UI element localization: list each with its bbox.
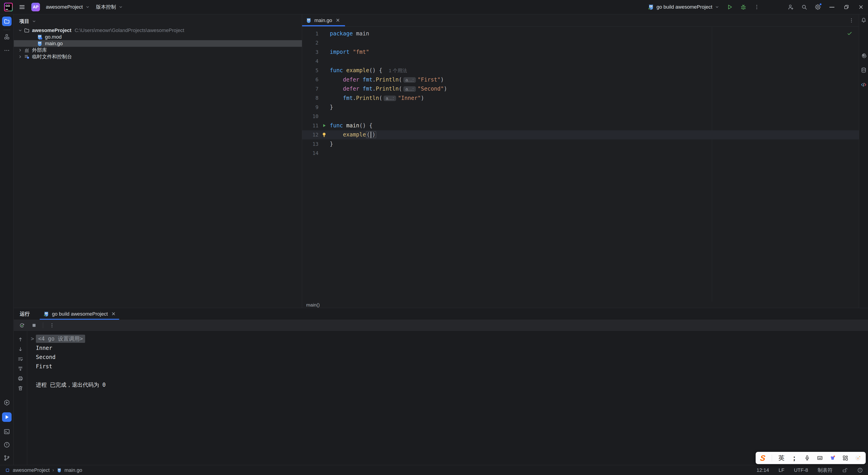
console-output[interactable]: ><4 go 设置调用>InnerSecondFirst进程 已完成，退出代码为… [27, 331, 868, 465]
scrollend-button[interactable] [18, 366, 23, 372]
run-tab-close-icon[interactable]: ✕ [112, 311, 116, 317]
scroll-up-button[interactable] [18, 336, 23, 343]
run-more-options-button[interactable] [49, 322, 55, 328]
trash-button[interactable] [18, 385, 23, 391]
assistant-face-icon[interactable] [855, 455, 861, 461]
tree-item-main-go[interactable]: main.go [14, 40, 302, 47]
keyboard-icon[interactable] [817, 455, 823, 461]
run-tool-button[interactable] [2, 412, 11, 422]
exclamation-icon[interactable] [857, 467, 863, 473]
codetag-tool-button[interactable] [861, 82, 867, 88]
tree-item-awesomeProject[interactable]: awesomeProjectC:\Users\meowr\GolandProje… [14, 27, 302, 34]
tree-item--[interactable]: 临时文件和控制台 [14, 53, 302, 60]
param-hint-chip: a…: [403, 77, 416, 83]
terminal-tool-button[interactable] [3, 428, 10, 435]
search-everywhere-button[interactable] [801, 4, 808, 10]
statusbar-file[interactable]: main.go [64, 467, 82, 473]
title-bar: GO AP awesomeProject 版本控制 go build aweso… [0, 0, 868, 14]
code-line-7: 7 defer fmt.Println(a…:"Second") [302, 84, 859, 93]
tree-item-name: 外部库 [32, 47, 47, 54]
code-text: } [330, 104, 333, 110]
minimize-button[interactable] [828, 3, 836, 11]
indent-style[interactable]: 制表符 [817, 467, 833, 474]
tree-item--[interactable]: 外部库 [14, 47, 302, 53]
caret-position[interactable]: 12:14 [756, 467, 769, 473]
line-ending[interactable]: LF [779, 467, 784, 473]
project-avatar[interactable]: AP [31, 3, 40, 11]
run-button[interactable] [726, 4, 733, 10]
skin-icon[interactable] [829, 455, 836, 461]
project-panel-header[interactable]: 项目 [14, 14, 302, 27]
console-line-3: Second [29, 353, 868, 362]
mic-icon[interactable] [804, 455, 810, 461]
more-tools-button[interactable] [4, 47, 10, 54]
ime-mode-english[interactable]: 英 [778, 454, 784, 462]
code-editor[interactable]: 1package main23import "fmt"45func exampl… [302, 27, 859, 302]
printer-button[interactable] [18, 376, 23, 382]
bell-tool-button[interactable] [861, 17, 867, 23]
code-token: defer [343, 77, 359, 83]
lock-open-icon[interactable] [842, 468, 847, 473]
tree-item-go-mod[interactable]: go.mod [14, 34, 302, 40]
encoding[interactable]: UTF-8 [794, 467, 808, 473]
run-console: ><4 go 设置调用>InnerSecondFirst进程 已完成，退出代码为… [14, 331, 868, 465]
line-number: 3 [302, 49, 318, 55]
code-line-4: 4 [302, 57, 859, 66]
code-token [330, 77, 343, 83]
services-tool-button[interactable] [3, 399, 10, 406]
console-line-5 [29, 371, 868, 380]
breadcrumb[interactable]: main() [302, 302, 859, 308]
problems-tool-button[interactable] [3, 441, 10, 448]
gopher-icon [37, 41, 43, 47]
tree-chevron-icon[interactable] [17, 28, 24, 33]
code-line-10: 10 [302, 112, 859, 121]
settings-button[interactable] [814, 4, 821, 10]
ai-tool-button[interactable] [861, 53, 867, 59]
toolbox-grid-icon[interactable] [842, 455, 848, 461]
scroll-down-button[interactable] [18, 346, 23, 352]
gopher-mod-icon [37, 34, 43, 40]
code-token: package [330, 30, 353, 37]
tab-close-icon[interactable]: ✕ [336, 18, 340, 23]
ime-punctuation[interactable]: ； [791, 456, 798, 460]
code-line-12: 12 example() [302, 130, 859, 140]
module-icon [5, 468, 10, 473]
rerun-button[interactable] [19, 322, 25, 329]
main-menu-button[interactable] [19, 4, 25, 10]
console-line-2: Inner [29, 344, 868, 353]
breadcrumb-item[interactable]: main() [306, 302, 320, 308]
statusbar-project[interactable]: awesomeProject [13, 467, 50, 473]
git-tool-button[interactable] [3, 454, 10, 462]
run-config-selector[interactable]: go build awesomeProject [648, 4, 719, 10]
editor-options-button[interactable] [848, 18, 855, 23]
code-with-me-button[interactable] [787, 4, 794, 10]
tab-main-go[interactable]: main.go ✕ [302, 14, 345, 26]
close-button[interactable] [857, 3, 865, 11]
svg-text:GO: GO [5, 4, 10, 7]
project-tree: awesomeProjectC:\Users\meowr\GolandProje… [14, 27, 302, 60]
softwrap-button[interactable] [18, 356, 23, 362]
run-tab[interactable]: go build awesomeProject ✕ [40, 308, 119, 320]
gopher-file-icon [306, 18, 312, 23]
code-text: fmt.Println(a…:"Inner") [330, 95, 424, 101]
code-text: func main() { [330, 122, 372, 129]
run-panel-title: 运行 [20, 310, 30, 318]
fold-expander[interactable]: > [29, 335, 36, 342]
tree-chevron-icon[interactable] [17, 54, 24, 59]
more-actions-button[interactable] [753, 4, 760, 10]
stop-button[interactable] [31, 322, 37, 328]
debug-button[interactable] [740, 4, 747, 10]
code-token: func [330, 122, 343, 129]
line-number: 2 [302, 40, 318, 46]
project-tool-button[interactable] [2, 17, 11, 26]
database-tool-button[interactable] [861, 67, 867, 73]
vcs-selector[interactable]: 版本控制 [96, 4, 123, 10]
restore-button[interactable] [843, 3, 850, 11]
sogou-logo[interactable]: S [760, 454, 766, 463]
structure-tool-button[interactable] [4, 34, 10, 40]
run-line-icon[interactable] [321, 123, 327, 128]
intention-bulb-icon[interactable] [321, 132, 327, 138]
tree-chevron-icon[interactable] [17, 48, 24, 53]
code-text: defer fmt.Println(a…:"First") [330, 77, 444, 83]
project-selector[interactable]: awesomeProject [46, 4, 90, 10]
